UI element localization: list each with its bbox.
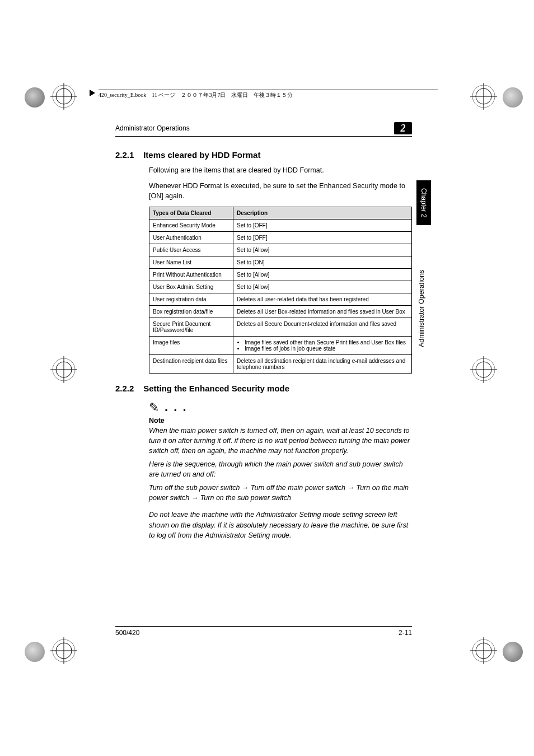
body-paragraph: Following are the items that are cleared… bbox=[149, 165, 412, 175]
crop-mark-icon bbox=[50, 83, 77, 110]
table-row: User Box Admin. SettingSet to [Allow] bbox=[149, 281, 412, 293]
note-paragraph: Here is the sequence, through which the … bbox=[149, 459, 412, 479]
section-title: Items cleared by HDD Format bbox=[143, 150, 260, 160]
source-file-strip: 420_security_E.book 11 ページ ２００７年3月7日 水曜日… bbox=[99, 90, 438, 99]
table-row: Destination recipient data filesDeletes … bbox=[149, 355, 412, 374]
table-row: Box registration data/fileDeletes all Us… bbox=[149, 306, 412, 318]
section-number: 2.2.2 bbox=[115, 384, 141, 393]
chapter-tab: Chapter 2 bbox=[416, 180, 431, 225]
section-heading: 2.2.1 Items cleared by HDD Format bbox=[115, 150, 412, 160]
table-header: Types of Data Cleared bbox=[149, 207, 233, 220]
table-row: Image files Image files saved other than… bbox=[149, 337, 412, 355]
table-cell: Image files bbox=[149, 337, 233, 355]
bookmark-triangle-icon bbox=[90, 90, 95, 96]
table-cell: Destination recipient data files bbox=[149, 355, 233, 374]
note-label: Note bbox=[149, 417, 412, 424]
table-cell: Public User Access bbox=[149, 244, 233, 256]
section-heading: 2.2.2 Setting the Enhanced Security mode bbox=[115, 384, 412, 393]
table-cell: Deletes all user-related data that has b… bbox=[233, 293, 412, 306]
table-header: Description bbox=[233, 207, 412, 220]
chapter-number-badge: 2 bbox=[394, 122, 412, 134]
table-cell: User registration data bbox=[149, 293, 233, 306]
table-cell: Deletes all User Box-related information… bbox=[233, 306, 412, 318]
note-paragraph: Do not leave the machine with the Admini… bbox=[149, 510, 412, 540]
table-cell: Deletes all Secure Document-related info… bbox=[233, 318, 412, 337]
table-row: Public User AccessSet to [Allow] bbox=[149, 244, 412, 256]
print-registration-dot bbox=[25, 87, 45, 108]
chapter-side-label: Administrator Operations bbox=[418, 235, 425, 347]
table-cell: Set to [Allow] bbox=[233, 269, 412, 281]
print-registration-dot bbox=[25, 642, 45, 662]
table-cell: Set to [Allow] bbox=[233, 244, 412, 256]
table-row: User registration dataDeletes all user-r… bbox=[149, 293, 412, 306]
hdd-format-table: Types of Data Cleared Description Enhanc… bbox=[149, 207, 412, 374]
crop-mark-icon bbox=[470, 356, 497, 383]
table-row: Print Without AuthenticationSet to [Allo… bbox=[149, 269, 412, 281]
print-registration-dot bbox=[503, 87, 523, 108]
body-paragraph: Whenever HDD Format is executed, be sure… bbox=[149, 181, 412, 201]
table-cell: Box registration data/file bbox=[149, 306, 233, 318]
crop-mark-icon bbox=[470, 637, 497, 664]
note-paragraph: Turn off the sub power switch → Turn off… bbox=[149, 483, 412, 503]
print-registration-dot bbox=[503, 642, 523, 662]
table-cell: Set to [OFF] bbox=[233, 220, 412, 232]
table-cell: Print Without Authentication bbox=[149, 269, 233, 281]
table-cell: User Authentication bbox=[149, 232, 233, 244]
section-title: Setting the Enhanced Security mode bbox=[143, 384, 289, 393]
table-cell: Set to [ON] bbox=[233, 256, 412, 269]
table-row: User Name ListSet to [ON] bbox=[149, 256, 412, 269]
running-header-title: Administrator Operations bbox=[115, 124, 190, 132]
table-row: User AuthenticationSet to [OFF] bbox=[149, 232, 412, 244]
crop-mark-icon bbox=[50, 356, 77, 383]
table-row: Secure Print Document ID/Password/fileDe… bbox=[149, 318, 412, 337]
footer-model: 500/420 bbox=[115, 629, 139, 637]
footer-page-number: 2-11 bbox=[399, 629, 412, 637]
list-item: Image files saved other than Secure Prin… bbox=[245, 339, 408, 346]
table-cell: Deletes all destination recipient data i… bbox=[233, 355, 412, 374]
crop-mark-icon bbox=[50, 637, 77, 664]
note-paragraph: When the main power switch is turned off… bbox=[149, 426, 412, 456]
section-number: 2.2.1 bbox=[115, 150, 141, 160]
table-row: Enhanced Security ModeSet to [OFF] bbox=[149, 220, 412, 232]
table-cell: User Box Admin. Setting bbox=[149, 281, 233, 293]
table-cell: Enhanced Security Mode bbox=[149, 220, 233, 232]
table-cell: Secure Print Document ID/Password/file bbox=[149, 318, 233, 337]
table-cell: Set to [OFF] bbox=[233, 232, 412, 244]
table-cell: User Name List bbox=[149, 256, 233, 269]
table-cell: Image files saved other than Secure Prin… bbox=[233, 337, 412, 355]
table-cell: Set to [Allow] bbox=[233, 281, 412, 293]
list-item: Image files of jobs in job queue state bbox=[245, 346, 408, 352]
note-icon: ✎ . . . bbox=[149, 400, 412, 415]
crop-mark-icon bbox=[470, 83, 497, 110]
